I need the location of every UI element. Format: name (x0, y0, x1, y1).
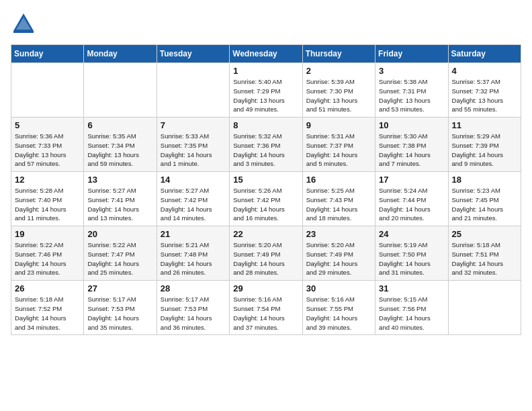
calendar-cell: 23Sunrise: 5:20 AM Sunset: 7:49 PM Dayli… (302, 226, 375, 281)
calendar-cell: 1Sunrise: 5:40 AM Sunset: 7:29 PM Daylig… (230, 63, 302, 118)
calendar-cell: 24Sunrise: 5:19 AM Sunset: 7:50 PM Dayli… (375, 226, 448, 281)
week-row-1: 1Sunrise: 5:40 AM Sunset: 7:29 PM Daylig… (11, 63, 521, 118)
day-info: Sunrise: 5:31 AM Sunset: 7:37 PM Dayligh… (306, 132, 371, 169)
day-number: 29 (233, 283, 298, 293)
day-info: Sunrise: 5:32 AM Sunset: 7:36 PM Dayligh… (233, 132, 298, 169)
calendar-cell: 6Sunrise: 5:35 AM Sunset: 7:34 PM Daylig… (84, 118, 157, 172)
day-info: Sunrise: 5:39 AM Sunset: 7:30 PM Dayligh… (306, 77, 371, 114)
calendar-cell: 15Sunrise: 5:26 AM Sunset: 7:42 PM Dayli… (230, 172, 302, 226)
calendar-cell: 22Sunrise: 5:20 AM Sunset: 7:49 PM Dayli… (230, 226, 302, 281)
day-info: Sunrise: 5:17 AM Sunset: 7:53 PM Dayligh… (87, 295, 152, 332)
weekday-monday: Monday (84, 45, 157, 63)
day-number: 7 (161, 120, 226, 130)
calendar-cell: 11Sunrise: 5:29 AM Sunset: 7:39 PM Dayli… (448, 118, 521, 172)
day-number: 30 (306, 283, 371, 293)
calendar-cell: 26Sunrise: 5:18 AM Sunset: 7:52 PM Dayli… (11, 281, 84, 335)
weekday-thursday: Thursday (302, 45, 375, 63)
day-info: Sunrise: 5:20 AM Sunset: 7:49 PM Dayligh… (306, 240, 371, 277)
day-number: 1 (233, 66, 298, 76)
day-info: Sunrise: 5:15 AM Sunset: 7:56 PM Dayligh… (379, 295, 444, 332)
calendar-cell: 29Sunrise: 5:16 AM Sunset: 7:54 PM Dayli… (230, 281, 302, 335)
week-row-5: 26Sunrise: 5:18 AM Sunset: 7:52 PM Dayli… (11, 281, 521, 335)
day-number: 10 (379, 120, 444, 130)
day-info: Sunrise: 5:18 AM Sunset: 7:52 PM Dayligh… (15, 295, 80, 332)
day-number: 19 (15, 229, 80, 239)
calendar-cell: 3Sunrise: 5:38 AM Sunset: 7:31 PM Daylig… (375, 63, 448, 118)
calendar-cell: 27Sunrise: 5:17 AM Sunset: 7:53 PM Dayli… (84, 281, 157, 335)
svg-rect-2 (13, 31, 34, 33)
calendar-cell: 5Sunrise: 5:36 AM Sunset: 7:33 PM Daylig… (11, 118, 84, 172)
day-number: 5 (15, 120, 80, 130)
day-number: 20 (87, 229, 152, 239)
day-number: 3 (379, 66, 444, 76)
day-number: 18 (452, 175, 517, 185)
calendar-cell: 4Sunrise: 5:37 AM Sunset: 7:32 PM Daylig… (448, 63, 521, 118)
day-info: Sunrise: 5:37 AM Sunset: 7:32 PM Dayligh… (452, 77, 517, 114)
calendar-table: SundayMondayTuesdayWednesdayThursdayFrid… (11, 44, 521, 335)
day-number: 12 (15, 175, 80, 185)
day-info: Sunrise: 5:35 AM Sunset: 7:34 PM Dayligh… (87, 132, 152, 169)
weekday-wednesday: Wednesday (230, 45, 302, 63)
day-number: 21 (161, 229, 226, 239)
day-info: Sunrise: 5:38 AM Sunset: 7:31 PM Dayligh… (379, 77, 444, 114)
day-info: Sunrise: 5:17 AM Sunset: 7:53 PM Dayligh… (161, 295, 226, 332)
day-number: 9 (306, 120, 371, 130)
day-number: 26 (15, 283, 80, 293)
day-info: Sunrise: 5:29 AM Sunset: 7:39 PM Dayligh… (452, 132, 517, 169)
day-info: Sunrise: 5:25 AM Sunset: 7:43 PM Dayligh… (306, 186, 371, 223)
calendar-cell (84, 63, 157, 118)
day-info: Sunrise: 5:28 AM Sunset: 7:40 PM Dayligh… (15, 186, 80, 223)
calendar-cell: 20Sunrise: 5:22 AM Sunset: 7:47 PM Dayli… (84, 226, 157, 281)
day-info: Sunrise: 5:23 AM Sunset: 7:45 PM Dayligh… (452, 186, 517, 223)
day-info: Sunrise: 5:22 AM Sunset: 7:47 PM Dayligh… (87, 240, 152, 277)
calendar-cell (448, 281, 521, 335)
weekday-friday: Friday (375, 45, 448, 63)
day-number: 17 (379, 175, 444, 185)
page-header (11, 11, 521, 36)
day-number: 27 (87, 283, 152, 293)
day-number: 14 (161, 175, 226, 185)
day-info: Sunrise: 5:40 AM Sunset: 7:29 PM Dayligh… (233, 77, 298, 114)
day-number: 11 (452, 120, 517, 130)
day-info: Sunrise: 5:33 AM Sunset: 7:35 PM Dayligh… (161, 132, 226, 169)
day-info: Sunrise: 5:30 AM Sunset: 7:38 PM Dayligh… (379, 132, 444, 169)
calendar-cell: 9Sunrise: 5:31 AM Sunset: 7:37 PM Daylig… (302, 118, 375, 172)
day-info: Sunrise: 5:19 AM Sunset: 7:50 PM Dayligh… (379, 240, 444, 277)
calendar-cell: 31Sunrise: 5:15 AM Sunset: 7:56 PM Dayli… (375, 281, 448, 335)
weekday-tuesday: Tuesday (157, 45, 229, 63)
calendar-cell: 14Sunrise: 5:27 AM Sunset: 7:42 PM Dayli… (157, 172, 229, 226)
week-row-4: 19Sunrise: 5:22 AM Sunset: 7:46 PM Dayli… (11, 226, 521, 281)
logo-icon (11, 11, 36, 36)
day-number: 31 (379, 283, 444, 293)
day-info: Sunrise: 5:16 AM Sunset: 7:54 PM Dayligh… (233, 295, 298, 332)
day-number: 28 (161, 283, 226, 293)
day-number: 24 (379, 229, 444, 239)
day-number: 13 (87, 175, 152, 185)
weekday-saturday: Saturday (448, 45, 521, 63)
calendar-cell: 25Sunrise: 5:18 AM Sunset: 7:51 PM Dayli… (448, 226, 521, 281)
day-number: 2 (306, 66, 371, 76)
day-number: 6 (87, 120, 152, 130)
calendar-cell: 13Sunrise: 5:27 AM Sunset: 7:41 PM Dayli… (84, 172, 157, 226)
calendar-cell: 28Sunrise: 5:17 AM Sunset: 7:53 PM Dayli… (157, 281, 229, 335)
day-info: Sunrise: 5:27 AM Sunset: 7:42 PM Dayligh… (161, 186, 226, 223)
week-row-2: 5Sunrise: 5:36 AM Sunset: 7:33 PM Daylig… (11, 118, 521, 172)
day-info: Sunrise: 5:22 AM Sunset: 7:46 PM Dayligh… (15, 240, 80, 277)
calendar-cell: 16Sunrise: 5:25 AM Sunset: 7:43 PM Dayli… (302, 172, 375, 226)
logo (11, 11, 38, 36)
day-number: 15 (233, 175, 298, 185)
calendar-cell: 21Sunrise: 5:21 AM Sunset: 7:48 PM Dayli… (157, 226, 229, 281)
calendar-cell: 18Sunrise: 5:23 AM Sunset: 7:45 PM Dayli… (448, 172, 521, 226)
weekday-header-row: SundayMondayTuesdayWednesdayThursdayFrid… (11, 45, 521, 63)
calendar-cell: 10Sunrise: 5:30 AM Sunset: 7:38 PM Dayli… (375, 118, 448, 172)
day-number: 16 (306, 175, 371, 185)
day-number: 23 (306, 229, 371, 239)
day-info: Sunrise: 5:27 AM Sunset: 7:41 PM Dayligh… (87, 186, 152, 223)
day-info: Sunrise: 5:16 AM Sunset: 7:55 PM Dayligh… (306, 295, 371, 332)
day-info: Sunrise: 5:18 AM Sunset: 7:51 PM Dayligh… (452, 240, 517, 277)
calendar-cell: 12Sunrise: 5:28 AM Sunset: 7:40 PM Dayli… (11, 172, 84, 226)
calendar-cell: 7Sunrise: 5:33 AM Sunset: 7:35 PM Daylig… (157, 118, 229, 172)
calendar-cell: 8Sunrise: 5:32 AM Sunset: 7:36 PM Daylig… (230, 118, 302, 172)
calendar-cell (11, 63, 84, 118)
calendar-cell: 30Sunrise: 5:16 AM Sunset: 7:55 PM Dayli… (302, 281, 375, 335)
